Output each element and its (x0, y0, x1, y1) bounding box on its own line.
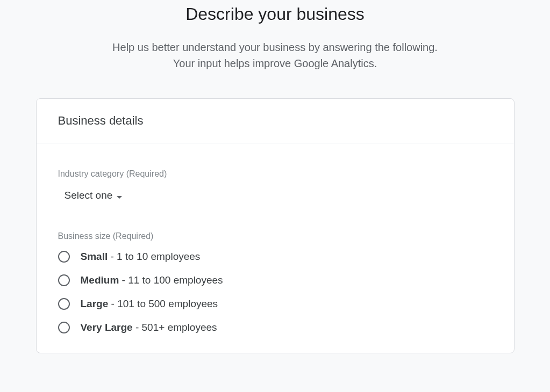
radio-option-small[interactable]: Small - 1 to 10 employees (58, 251, 492, 263)
radio-icon (58, 251, 70, 263)
card-body: Industry category (Required) Select one … (37, 143, 514, 353)
business-size-label: Business size (Required) (58, 231, 492, 241)
subtitle-line-2: Your input helps improve Google Analytic… (112, 55, 438, 71)
radio-icon (58, 322, 70, 333)
industry-category-label: Industry category (Required) (58, 169, 492, 179)
radio-option-medium[interactable]: Medium - 11 to 100 employees (58, 274, 492, 286)
subtitle-line-1: Help us better understand your business … (112, 39, 438, 55)
page-title: Describe your business (185, 4, 365, 24)
page-subtitle: Help us better understand your business … (112, 39, 438, 71)
radio-option-large[interactable]: Large - 101 to 500 employees (58, 298, 492, 310)
radio-label: Small - 1 to 10 employees (81, 251, 201, 263)
radio-label: Very Large - 501+ employees (81, 322, 217, 333)
business-size-radio-group: Small - 1 to 10 employees Medium - 11 to… (58, 251, 492, 333)
radio-label: Medium - 11 to 100 employees (81, 274, 223, 286)
industry-category-dropdown[interactable]: Select one (58, 187, 127, 204)
radio-icon (58, 274, 70, 286)
radio-icon (58, 298, 70, 310)
radio-option-very-large[interactable]: Very Large - 501+ employees (58, 322, 492, 333)
business-details-card: Business details Industry category (Requ… (36, 98, 515, 353)
caret-down-icon (117, 190, 122, 201)
card-header: Business details (37, 99, 514, 143)
dropdown-selected-value: Select one (65, 190, 113, 201)
card-title: Business details (58, 114, 492, 128)
radio-label: Large - 101 to 500 employees (81, 298, 218, 310)
